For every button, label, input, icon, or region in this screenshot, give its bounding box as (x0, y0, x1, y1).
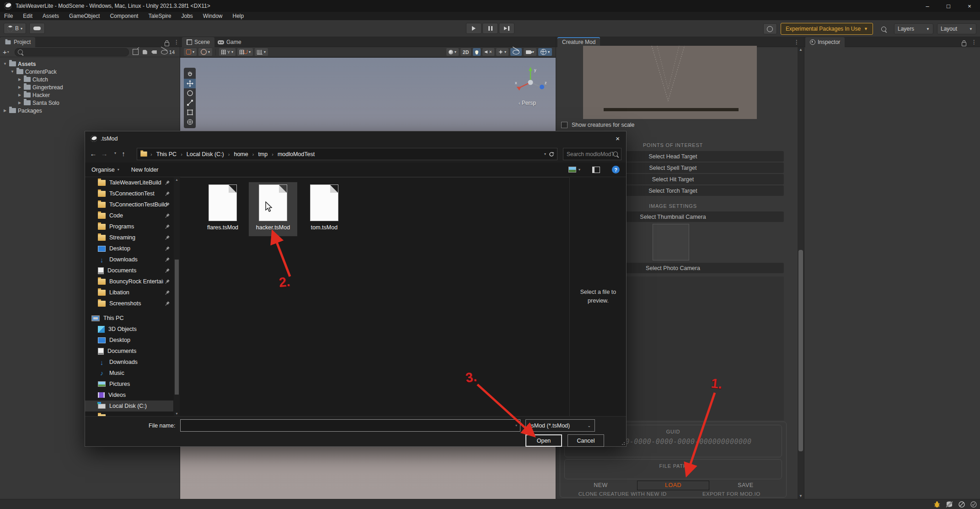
breadcrumb-current[interactable]: modloModTest (278, 151, 315, 157)
scroll-down-icon[interactable]: ▼ (174, 411, 180, 416)
preview-pane-toggle-icon[interactable] (592, 167, 600, 173)
sidebar-item[interactable]: TsConnectionTest (85, 188, 173, 199)
dialog-search-input[interactable]: Search modloModTest (563, 148, 621, 160)
sidebar-item[interactable]: Desktop (85, 335, 173, 346)
sidebar-item[interactable]: Videos (85, 390, 173, 401)
sidebar-item[interactable]: ↓Downloads (85, 357, 173, 368)
scroll-down-icon[interactable]: ▼ (798, 493, 804, 499)
resize-grip[interactable] (621, 441, 625, 445)
pause-button[interactable] (482, 23, 498, 34)
undo-history-button[interactable] (763, 23, 777, 34)
tree-item-gingerbread[interactable]: ▶Gingerbread (17, 83, 63, 91)
menu-help[interactable]: Help (233, 13, 244, 19)
sidebar-item[interactable]: Programs (85, 221, 173, 232)
projection-mode-label[interactable]: ‹ Persp (519, 100, 536, 106)
cancel-button[interactable]: Cancel (568, 434, 604, 447)
help-icon[interactable]: ? (612, 166, 620, 173)
tab-project[interactable]: Project (0, 37, 35, 47)
effects-dropdown[interactable]: ▾ (496, 48, 509, 56)
foldout-open-icon[interactable]: ▼ (10, 70, 15, 74)
up-icon[interactable]: ↑ (118, 150, 129, 157)
foldout-closed-icon[interactable]: ▶ (17, 85, 22, 89)
sidebar-item-this-pc[interactable]: This PC (85, 313, 173, 324)
tree-item-contentpack[interactable]: ▼ContentPack (10, 68, 57, 76)
increment-snap-dropdown[interactable]: ▾ (255, 48, 268, 56)
sidebar-item-local-disk[interactable]: Local Disk (C:) (85, 401, 173, 412)
menu-component[interactable]: Component (110, 13, 138, 19)
grid-visibility-dropdown[interactable]: Y▾ (219, 48, 236, 56)
tree-item-packages[interactable]: ▶Packages (3, 107, 42, 114)
tab-game[interactable]: Game (213, 37, 246, 47)
refresh-icon[interactable] (549, 152, 554, 157)
file-type-filter-dropdown[interactable]: tsMod (*.tsMod) ⌄ (525, 419, 595, 432)
sidebar-item[interactable]: Code (85, 210, 173, 221)
tree-item-assets[interactable]: ▼Assets (3, 60, 36, 68)
address-bar[interactable]: ›This PC ›Local Disk (C:) ›home ›tmp ›mo… (137, 148, 557, 160)
cloud-button[interactable] (29, 23, 45, 34)
create-asset-button[interactable]: + ▾ (3, 50, 9, 54)
project-search-input[interactable] (15, 48, 129, 56)
address-dropdown-icon[interactable]: ▾ (544, 152, 546, 156)
dialog-close-icon[interactable]: × (616, 135, 620, 142)
scene-visibility-toggle[interactable] (510, 48, 522, 56)
move-tool[interactable] (184, 79, 196, 88)
menu-file[interactable]: File (4, 13, 13, 19)
sidebar-item[interactable]: Documents (85, 346, 173, 357)
back-icon[interactable]: ← (88, 150, 99, 157)
shading-mode-dropdown[interactable]: ▾ (446, 48, 459, 56)
minimize-button[interactable]: – (917, 0, 938, 12)
filter-by-label-icon[interactable] (151, 50, 157, 54)
breadcrumb-this-pc[interactable]: This PC (156, 151, 177, 157)
scroll-up-icon[interactable]: ▲ (798, 47, 804, 53)
creature-scrollbar[interactable]: ▲ ▼ (798, 47, 804, 499)
foldout-closed-icon[interactable]: ▶ (17, 77, 22, 81)
splitter-creature-inspector[interactable] (804, 37, 804, 499)
sidebar-item[interactable]: ♪Music (85, 368, 173, 379)
foldout-closed-icon[interactable]: ▶ (17, 93, 22, 97)
step-button[interactable] (499, 23, 514, 34)
scrollbar-thumb[interactable] (798, 250, 803, 451)
grid-snapping-dropdown[interactable]: ▾ (237, 48, 253, 56)
menu-jobs[interactable]: Jobs (181, 13, 193, 19)
handle-rotation-dropdown[interactable]: ▾ (198, 48, 212, 56)
inspector-menu-kebab-icon[interactable]: ⋮ (971, 39, 977, 45)
sidebar-item[interactable]: Desktop (85, 243, 173, 254)
play-button[interactable] (466, 23, 482, 34)
cache-server-disabled-icon[interactable] (945, 501, 953, 508)
tree-item-hacker[interactable]: ▶Hacker (17, 91, 50, 99)
file-name-input[interactable]: ▾ (180, 419, 520, 432)
organise-dropdown[interactable]: Organise▾ (91, 167, 119, 173)
file-item-flares[interactable]: flares.tsMod (198, 182, 247, 236)
new-folder-button[interactable]: New folder (131, 167, 159, 173)
forward-icon[interactable]: → (99, 150, 110, 157)
open-button[interactable]: Open (525, 434, 562, 447)
breadcrumb-local-disk[interactable]: Local Disk (C:) (187, 151, 224, 157)
pivot-mode-dropdown[interactable]: ▾ (184, 48, 197, 56)
project-menu-kebab-icon[interactable]: ⋮ (174, 39, 179, 45)
sidebar-item[interactable]: Pictures (85, 379, 173, 390)
gizmos-dropdown[interactable]: ▾ (538, 48, 552, 56)
breadcrumb-home[interactable]: home (234, 151, 248, 157)
scene-orientation-gizmo[interactable]: y x z (513, 64, 548, 99)
transform-tool[interactable] (184, 117, 196, 127)
load-button[interactable]: LOAD (637, 481, 709, 490)
hidden-count-toggle[interactable]: 14 (161, 49, 175, 55)
sidebar-item[interactable]: Screenshots (85, 298, 173, 309)
breadcrumb-tmp[interactable]: tmp (258, 151, 268, 157)
new-button[interactable]: NEW (564, 482, 637, 488)
sidebar-scrollbar[interactable]: ▲ ▼ (174, 177, 180, 416)
view-hand-tool[interactable] (184, 69, 196, 79)
tab-inspector[interactable]: Inspector (805, 37, 845, 47)
foldout-closed-icon[interactable]: ▶ (3, 108, 7, 113)
creature-menu-kebab-icon[interactable]: ⋮ (794, 39, 799, 45)
scene-audio-toggle[interactable]: ✕ (482, 48, 494, 56)
sidebar-item-clipped[interactable] (85, 412, 173, 416)
menu-gameobject[interactable]: GameObject (69, 13, 100, 19)
file-item-tom[interactable]: tom.tsMod (300, 182, 348, 236)
experimental-packages-dropdown[interactable]: Experimental Packages In Use▼ (781, 23, 873, 35)
scene-camera-dropdown[interactable]: ▾ (524, 48, 536, 56)
scroll-up-icon[interactable]: ▲ (174, 177, 180, 182)
view-mode-dropdown[interactable]: ▾ (568, 167, 580, 173)
scene-lighting-toggle[interactable] (473, 48, 481, 56)
clone-creature-button[interactable]: CLONE CREATURE WITH NEW ID (564, 491, 681, 497)
